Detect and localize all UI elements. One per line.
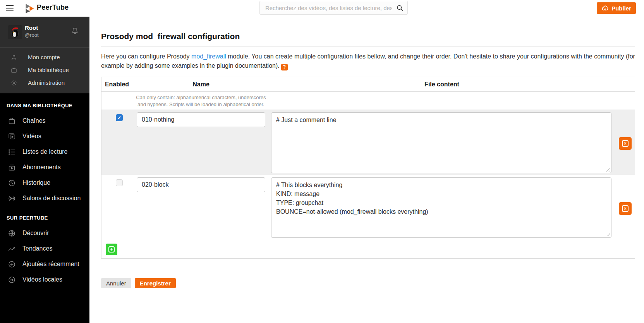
sidebar-item-playlists[interactable]: Listes de lecture <box>0 144 89 160</box>
cancel-button[interactable]: Annuler <box>101 278 131 288</box>
topbar: PeerTube Publier <box>0 0 644 17</box>
sidebar-item-history[interactable]: Historique <box>0 175 89 191</box>
save-button[interactable]: Enregistrer <box>135 278 176 288</box>
sidebar-item-label: Tendances <box>22 245 52 252</box>
main-content: Prosody mod_firewall configuration Here … <box>89 17 644 323</box>
form-actions: Annuler Enregistrer <box>101 278 635 288</box>
notifications-bell-icon[interactable] <box>70 27 79 37</box>
tv-icon <box>7 117 16 125</box>
sidebar-item-label: Salons de discussion <box>22 195 81 202</box>
close-icon <box>622 140 629 147</box>
circle-plus-icon <box>7 260 16 268</box>
sidebar-item-label: Mon compte <box>28 54 60 60</box>
sidebar-item-chat-rooms[interactable]: Salons de discussion <box>0 191 89 206</box>
sidebar-item-label: Vidéos locales <box>22 276 62 283</box>
sidebar-item-videos[interactable]: Vidéos <box>0 129 89 144</box>
user-block: Root @root <box>0 17 89 48</box>
playlist-icon <box>7 148 16 156</box>
trending-icon <box>7 245 16 253</box>
sidebar-item-label: Découvrir <box>22 230 49 237</box>
sidebar-item-label: Abonnements <box>22 164 61 171</box>
sidebar-item-local-videos[interactable]: Vidéos locales <box>0 272 89 287</box>
sidebar-item-discover[interactable]: Découvrir <box>0 225 89 241</box>
user-name[interactable]: Root <box>25 24 38 31</box>
column-header-file-content: File content <box>270 81 614 88</box>
history-icon <box>7 179 16 187</box>
file-content-textarea[interactable]: # This blocks everything KIND: message T… <box>271 177 611 238</box>
column-header-enabled: Enabled <box>101 81 132 88</box>
brand-title[interactable]: PeerTube <box>37 3 69 12</box>
sidebar: Root @root Mon compte Ma bibliothèq <box>0 17 89 323</box>
table-row: # Just a comment line <box>101 110 635 175</box>
delete-row-button[interactable] <box>619 137 632 150</box>
add-file-button[interactable] <box>106 244 117 255</box>
sidebar-item-label: Administration <box>28 79 65 86</box>
enabled-checkbox[interactable] <box>116 179 123 186</box>
description-text: Here you can configure Prosody <box>101 53 191 60</box>
column-header-name: Name <box>132 81 270 88</box>
delete-row-button[interactable] <box>619 202 632 215</box>
sidebar-item-label: Ma bibliothèque <box>28 67 69 73</box>
search-icon[interactable] <box>396 4 404 14</box>
sidebar-section-title: SUR PEERTUBE <box>7 215 89 221</box>
sidebar-item-label: Vidéos <box>22 133 41 140</box>
broadcast-icon <box>7 194 16 203</box>
page-title: Prosody mod_firewall configuration <box>101 32 635 41</box>
sidebar-item-trending[interactable]: Tendances <box>0 241 89 256</box>
help-icon[interactable]: ? <box>281 64 288 70</box>
sidebar-item-label: Historique <box>22 179 50 186</box>
plus-icon <box>108 246 115 253</box>
close-icon <box>622 205 629 212</box>
sidebar-item-recently-added[interactable]: Ajoutées récemment <box>0 256 89 272</box>
sidebar-item-label: Chaînes <box>22 117 46 124</box>
sidebar-item-administration[interactable]: Administration <box>0 76 89 89</box>
file-content-textarea[interactable]: # Just a comment line <box>271 112 611 173</box>
add-row <box>101 240 635 258</box>
search-bar <box>259 1 408 15</box>
table-header-row: Enabled Name File content <box>101 77 635 92</box>
avatar[interactable] <box>8 25 22 39</box>
peertube-logo-icon[interactable] <box>26 4 34 15</box>
sidebar-item-library[interactable]: Ma bibliothèque <box>0 64 89 76</box>
gear-icon <box>10 79 18 86</box>
video-icon <box>7 132 16 141</box>
title-divider <box>101 46 635 47</box>
sidebar-item-label: Ajoutées récemment <box>22 261 79 268</box>
enabled-checkbox[interactable] <box>116 114 123 121</box>
sidebar-item-account[interactable]: Mon compte <box>0 51 89 64</box>
globe-icon <box>7 229 16 237</box>
publish-button[interactable]: Publier <box>597 2 636 14</box>
sidebar-item-channels[interactable]: Chaînes <box>0 113 89 129</box>
home-icon <box>7 276 16 284</box>
publish-button-label: Publier <box>611 5 631 12</box>
person-icon <box>10 54 18 61</box>
sidebar-item-label: Listes de lecture <box>22 148 68 155</box>
name-hint-text: Can only contain: alphanumerical charact… <box>132 92 270 110</box>
sidebar-item-subscriptions[interactable]: Abonnements <box>0 160 89 175</box>
tv-icon <box>10 67 18 74</box>
menu-toggle-button[interactable] <box>6 5 14 11</box>
name-input[interactable] <box>137 112 265 127</box>
user-handle: @root <box>25 32 39 38</box>
mod-firewall-link[interactable]: mod_firewall <box>191 53 226 60</box>
search-input[interactable] <box>260 1 407 14</box>
name-hint-row: Can only contain: alphanumerical charact… <box>101 92 635 110</box>
name-input[interactable] <box>137 177 265 192</box>
page-description: Here you can configure Prosody mod_firew… <box>101 52 635 70</box>
table-row: # This blocks everything KIND: message T… <box>101 175 635 240</box>
config-table: Enabled Name File content Can only conta… <box>101 77 635 259</box>
sidebar-section-title: DANS MA BIBLIOTHÈQUE <box>7 103 89 108</box>
upload-cloud-icon <box>601 5 609 12</box>
subscriptions-icon <box>7 163 16 172</box>
